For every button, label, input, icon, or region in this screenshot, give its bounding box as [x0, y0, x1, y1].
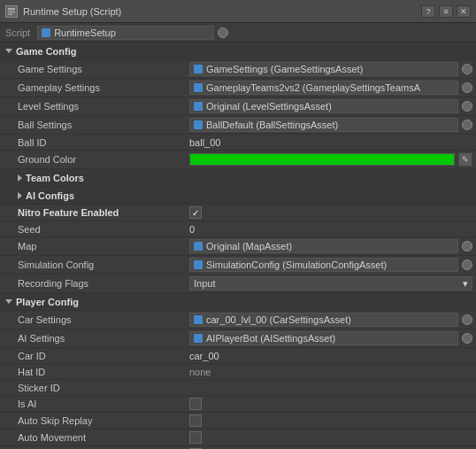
simulation-config-asset[interactable]: SimulationConfig (SimulationConfigAsset): [189, 258, 458, 272]
ground-color-value[interactable]: ✎: [186, 151, 476, 168]
recording-flags-value[interactable]: Input ▾: [186, 275, 476, 292]
auto-movement-checkbox[interactable]: [189, 431, 202, 444]
game-settings-circle[interactable]: [462, 64, 472, 74]
asset-icon: [194, 315, 203, 324]
map-circle[interactable]: [462, 241, 472, 252]
team-colors-row[interactable]: Team Colors: [0, 169, 476, 187]
content-area: Game Config Game Settings GameSettings (…: [0, 43, 476, 449]
ai-settings-asset[interactable]: AIPlayerBot (AISettingsAsset): [189, 331, 458, 345]
car-id-value: car_00: [186, 349, 476, 363]
script-label: Script: [5, 27, 30, 38]
game-settings-asset[interactable]: GameSettings (GameSettingsAsset): [189, 62, 458, 76]
is-ai-row: Is AI: [0, 396, 476, 413]
asset-icon: [194, 83, 203, 92]
sticker-id-value: [186, 386, 476, 390]
hat-id-text: none: [189, 367, 211, 377]
ai-settings-circle[interactable]: [462, 333, 472, 344]
nitro-feature-label: Nitro Feature Enabled: [0, 205, 186, 220]
recording-flags-dropdown[interactable]: Input ▾: [189, 276, 472, 290]
is-ai-label: Is AI: [0, 397, 186, 411]
map-label: Map: [0, 239, 186, 253]
level-settings-circle[interactable]: [462, 101, 472, 112]
color-swatch[interactable]: [189, 153, 455, 166]
asset-icon: [194, 242, 203, 251]
simulation-config-circle[interactable]: [462, 259, 472, 270]
ball-id-label: Ball ID: [0, 135, 186, 150]
sticker-id-row: Sticker ID: [0, 380, 476, 396]
window-icon: [5, 5, 18, 18]
team-colors-collapse: [18, 174, 22, 182]
asset-icon: [194, 120, 203, 129]
map-asset[interactable]: Original (MapAsset): [189, 239, 458, 253]
ball-settings-asset[interactable]: BallDefault (BallSettingsAsset): [189, 118, 458, 132]
ai-settings-value[interactable]: AIPlayerBot (AISettingsAsset): [186, 329, 476, 347]
hat-id-row: Hat ID none: [0, 364, 476, 380]
player-config-header[interactable]: Player Config: [0, 293, 476, 311]
gameplay-settings-circle[interactable]: [462, 82, 472, 93]
nitro-feature-value[interactable]: [186, 205, 476, 221]
game-settings-value[interactable]: GameSettings (GameSettingsAsset): [186, 60, 476, 78]
auto-movement-value[interactable]: [186, 430, 476, 445]
ai-configs-label: AI Configs: [0, 189, 186, 203]
ai-configs-row[interactable]: AI Configs: [0, 187, 476, 205]
map-value[interactable]: Original (MapAsset): [186, 237, 476, 255]
simulation-config-value[interactable]: SimulationConfig (SimulationConfigAsset): [186, 256, 476, 274]
ai-settings-row: AI Settings AIPlayerBot (AISettingsAsset…: [0, 329, 476, 348]
car-settings-label: Car Settings: [0, 313, 186, 327]
asset-reference[interactable]: RuntimeSetup: [37, 26, 214, 40]
asset-name: RuntimeSetup: [54, 27, 116, 38]
color-edit-button[interactable]: ✎: [458, 152, 472, 166]
car-settings-row: Car Settings car_00_lvl_00 (CarSettingsA…: [0, 311, 476, 329]
window-title: Runtime Setup (Script): [23, 6, 416, 17]
ball-settings-value[interactable]: BallDefault (BallSettingsAsset): [186, 116, 476, 134]
seed-value: 0: [186, 222, 476, 236]
gameplay-settings-asset[interactable]: GameplayTeams2vs2 (GameplaySettingsTeams…: [189, 81, 458, 95]
svg-rect-3: [8, 12, 15, 13]
car-settings-value[interactable]: car_00_lvl_00 (CarSettingsAsset): [186, 311, 476, 329]
level-settings-row: Level Settings Original (LevelSettingsAs…: [0, 97, 476, 116]
asset-icon: [194, 260, 203, 269]
ball-settings-circle[interactable]: [462, 120, 472, 130]
car-id-row: Car ID car_00: [0, 348, 476, 364]
title-bar-controls: ? ≡ ✕: [421, 5, 471, 18]
ai-settings-label: AI Settings: [0, 331, 186, 345]
ground-color-label: Ground Color: [0, 152, 186, 166]
menu-button[interactable]: ≡: [439, 5, 453, 18]
sticker-id-label: Sticker ID: [0, 381, 186, 395]
close-button[interactable]: ✕: [457, 5, 471, 18]
hat-id-label: Hat ID: [0, 365, 186, 379]
recording-flags-label: Recording Flags: [0, 276, 186, 290]
ai-configs-value: [186, 194, 476, 197]
gameplay-settings-row: Gameplay Settings GameplayTeams2vs2 (Gam…: [0, 79, 476, 97]
car-settings-circle[interactable]: [462, 314, 472, 325]
ball-id-text: ball_00: [189, 137, 220, 148]
auto-skip-replay-checkbox[interactable]: [189, 414, 202, 427]
hat-id-value: none: [186, 365, 476, 379]
game-config-header[interactable]: Game Config: [0, 43, 476, 60]
car-settings-asset[interactable]: car_00_lvl_00 (CarSettingsAsset): [189, 313, 458, 327]
info-button[interactable]: ?: [421, 5, 435, 18]
auto-skip-replay-row: Auto Skip Replay: [0, 413, 476, 430]
auto-skip-replay-value[interactable]: [186, 413, 476, 429]
asset-icon: [194, 334, 203, 343]
chevron-down-icon: ▾: [463, 278, 468, 290]
game-settings-label: Game Settings: [0, 62, 186, 76]
asset-icon: [194, 102, 203, 111]
seed-row: Seed 0: [0, 221, 476, 237]
ball-settings-row: Ball Settings BallDefault (BallSettingsA…: [0, 116, 476, 135]
circle-link[interactable]: [218, 27, 228, 38]
collapse-icon: [5, 49, 12, 53]
map-row: Map Original (MapAsset): [0, 237, 476, 256]
level-settings-value[interactable]: Original (LevelSettingsAsset): [186, 97, 476, 115]
seed-label: Seed: [0, 222, 186, 236]
level-settings-asset[interactable]: Original (LevelSettingsAsset): [189, 99, 458, 113]
svg-rect-2: [8, 11, 15, 12]
auto-movement-row: Auto Movement: [0, 430, 476, 446]
auto-skip-replay-label: Auto Skip Replay: [0, 414, 186, 428]
nitro-checkbox[interactable]: [189, 206, 202, 219]
is-ai-value[interactable]: [186, 396, 476, 412]
svg-rect-1: [8, 8, 15, 10]
is-ai-checkbox[interactable]: [189, 398, 202, 410]
gameplay-settings-value[interactable]: GameplayTeams2vs2 (GameplaySettingsTeams…: [186, 79, 476, 97]
game-config-label: Game Config: [0, 44, 186, 58]
